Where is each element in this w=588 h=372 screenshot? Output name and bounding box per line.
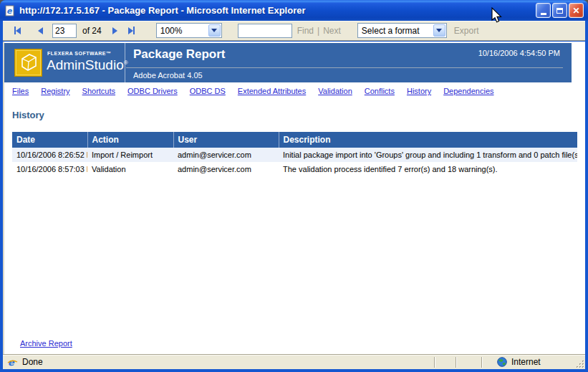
resize-grip[interactable]	[574, 358, 585, 369]
package-name: Adobe Acrobat 4.05	[133, 71, 203, 80]
status-bar: e Done Internet	[3, 354, 585, 369]
find-next-divider: |	[317, 26, 319, 36]
window-title: http://172.17.5.167 - Package Report - M…	[19, 5, 536, 16]
previous-page-button[interactable]	[38, 27, 43, 34]
nav-link-registry[interactable]: Registry	[41, 87, 69, 95]
page-count-label: of 24	[82, 26, 102, 36]
brand-flexera-label: FLEXERA SOFTWARE™	[47, 51, 112, 56]
generated-timestamp: 10/16/2006 4:54:50 PM	[478, 49, 560, 57]
export-format-select[interactable]: Select a format	[357, 23, 447, 38]
col-header-description: Description	[279, 132, 577, 148]
status-text: Done	[22, 357, 43, 367]
nav-link-odbc-drivers[interactable]: ODBC Drivers	[127, 87, 178, 95]
next-page-button[interactable]	[112, 27, 117, 34]
first-page-button[interactable]	[14, 27, 21, 34]
zoom-select[interactable]: 100%	[156, 23, 222, 38]
table-header-row: Date Action User Description	[12, 132, 577, 148]
cell-user: admin@servicer.com	[173, 162, 279, 176]
col-header-action: Action	[87, 132, 173, 148]
nav-link-extended-attributes[interactable]: Extended Attributes	[238, 87, 306, 95]
minimize-icon	[541, 13, 546, 15]
cell-action: Import / Reimport	[87, 148, 173, 162]
cell-date: 10/16/2006 8:57:03 PM	[12, 162, 87, 176]
cell-user: admin@servicer.com	[173, 148, 279, 162]
browser-window: e http://172.17.5.167 - Package Report -…	[0, 0, 588, 372]
maximize-button[interactable]	[552, 3, 567, 18]
nav-link-history[interactable]: History	[407, 87, 431, 95]
internet-explorer-icon: e	[4, 5, 16, 16]
status-separator	[456, 357, 457, 368]
export-button[interactable]: Export	[454, 26, 479, 36]
banner-rule	[126, 67, 563, 68]
report-section-nav: Files Registry Shortcuts ODBC Drivers OD…	[12, 87, 494, 95]
brand-adminstudio-label: AdminStudio®	[47, 57, 128, 73]
nav-link-shortcuts[interactable]: Shortcuts	[82, 87, 115, 95]
ie-page-icon: e	[7, 357, 18, 368]
report-banner: FLEXERA SOFTWARE™ AdminStudio® Package R…	[4, 43, 572, 82]
page-title: Package Report	[133, 47, 226, 62]
col-header-user: User	[173, 132, 279, 148]
cell-action: Validation	[87, 162, 173, 176]
nav-link-files[interactable]: Files	[12, 87, 29, 95]
zoom-dropdown-icon[interactable]	[208, 24, 221, 37]
nav-link-dependencies[interactable]: Dependencies	[443, 87, 493, 95]
history-heading: History	[12, 110, 44, 120]
history-table: Date Action User Description 10/16/2006 …	[12, 132, 577, 176]
col-header-date: Date	[12, 132, 87, 148]
internet-zone-globe-icon	[497, 357, 507, 367]
last-page-button[interactable]	[128, 27, 135, 34]
table-row: 10/16/2006 8:57:03 PM Validation admin@s…	[12, 162, 577, 176]
nav-link-odbc-ds[interactable]: ODBC DS	[190, 87, 226, 95]
report-toolbar: of 24 100% Find | Next Select a format E…	[3, 21, 585, 41]
cell-date: 10/16/2006 8:26:52 PM	[12, 148, 87, 162]
banner-divider	[125, 43, 125, 82]
nav-link-validation[interactable]: Validation	[318, 87, 352, 95]
report-page: FLEXERA SOFTWARE™ AdminStudio® Package R…	[3, 42, 585, 354]
format-dropdown-icon[interactable]	[433, 24, 445, 37]
find-next-button[interactable]: Next	[323, 26, 341, 36]
minimize-button[interactable]	[536, 3, 551, 18]
zoom-value: 100%	[157, 26, 208, 36]
find-input[interactable]	[238, 24, 292, 38]
cell-description: Initial package import into 'Groups' gro…	[279, 148, 577, 162]
adminstudio-logo-icon	[14, 49, 42, 77]
status-separator	[434, 357, 435, 368]
archive-report-link[interactable]: Archive Report	[20, 339, 72, 348]
page-number-input[interactable]	[52, 24, 77, 38]
close-icon: ✕	[572, 6, 579, 16]
close-button[interactable]: ✕	[569, 3, 584, 18]
export-format-value: Select a format	[358, 26, 433, 36]
zone-label: Internet	[511, 357, 541, 367]
table-row: 10/16/2006 8:26:52 PM Import / Reimport …	[12, 148, 577, 162]
cell-description: The validation process identified 7 erro…	[279, 162, 577, 176]
mouse-cursor	[491, 7, 503, 24]
nav-link-conflicts[interactable]: Conflicts	[365, 87, 395, 95]
find-button[interactable]: Find	[297, 26, 314, 36]
maximize-icon	[556, 8, 563, 14]
